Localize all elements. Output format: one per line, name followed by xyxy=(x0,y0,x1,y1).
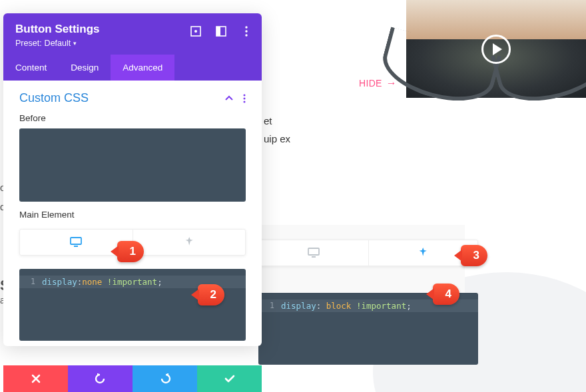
panel-header: Button Settings Preset: Default ▾ xyxy=(3,13,262,55)
more-vertical-icon[interactable] xyxy=(243,94,246,103)
cancel-button[interactable] xyxy=(3,365,68,392)
preset-label: Preset: xyxy=(15,39,42,48)
svg-point-1 xyxy=(194,30,197,33)
video-thumbnail[interactable] xyxy=(406,0,586,98)
pin-icon xyxy=(418,248,428,258)
preset-dropdown[interactable]: Preset: Default ▾ xyxy=(15,39,250,48)
video-bg xyxy=(406,0,586,39)
before-code-input[interactable] xyxy=(19,128,246,202)
bg-text-fragment: uip ex xyxy=(264,130,290,149)
svg-point-5 xyxy=(245,30,247,32)
callout-2: 2 xyxy=(198,284,224,305)
save-button[interactable] xyxy=(197,365,262,392)
section-title: Custom CSS xyxy=(19,91,89,105)
main-element-label: Main Element xyxy=(19,210,246,220)
code-content: display: block !important; xyxy=(281,301,412,311)
svg-point-7 xyxy=(244,94,246,96)
code-content: display:none !important; xyxy=(42,277,162,287)
redo-icon xyxy=(159,373,171,384)
monitor-icon xyxy=(70,237,82,248)
pin-icon xyxy=(184,237,194,248)
undo-icon xyxy=(95,373,107,384)
collapse-icon[interactable] xyxy=(224,94,234,103)
panel-footer xyxy=(3,365,262,392)
tab-design[interactable]: Design xyxy=(59,55,111,81)
callout-1: 1 xyxy=(117,241,144,262)
preset-value: Default xyxy=(45,39,71,48)
bg-text-fragment: et xyxy=(264,112,272,131)
desktop-tab[interactable] xyxy=(259,240,368,266)
more-vertical-icon[interactable] xyxy=(240,25,252,37)
settings-tabs: Content Design Advanced xyxy=(3,55,262,81)
svg-rect-11 xyxy=(74,246,78,247)
before-label: Before xyxy=(19,113,246,123)
svg-rect-3 xyxy=(216,27,220,36)
svg-point-8 xyxy=(244,97,246,99)
svg-point-9 xyxy=(244,100,246,102)
svg-point-6 xyxy=(245,34,247,36)
line-number: 1 xyxy=(258,301,281,310)
panel-layout-icon[interactable] xyxy=(215,25,227,37)
monitor-icon xyxy=(308,248,320,258)
close-icon xyxy=(31,374,41,383)
hide-link[interactable]: HIDE → xyxy=(359,77,397,89)
section-custom-css: Custom CSS Before Main Element xyxy=(3,81,262,346)
check-icon xyxy=(224,375,235,383)
chevron-down-icon: ▾ xyxy=(73,40,77,47)
tab-advanced[interactable]: Advanced xyxy=(111,55,174,81)
svg-point-4 xyxy=(245,26,247,28)
redo-button[interactable] xyxy=(133,365,197,392)
focus-icon[interactable] xyxy=(190,25,202,37)
play-triangle-icon xyxy=(493,43,502,55)
responsive-tab-strip-right xyxy=(258,240,478,266)
callout-3: 3 xyxy=(461,245,487,266)
sticky-tab[interactable] xyxy=(133,230,246,255)
hide-label: HIDE xyxy=(359,78,382,89)
tab-content[interactable]: Content xyxy=(3,55,59,81)
svg-rect-10 xyxy=(71,238,81,244)
line-number: 1 xyxy=(19,277,42,286)
play-icon xyxy=(481,35,511,64)
svg-rect-12 xyxy=(308,248,319,255)
svg-rect-13 xyxy=(312,256,316,258)
callout-4: 4 xyxy=(433,284,459,305)
undo-button[interactable] xyxy=(68,365,133,392)
